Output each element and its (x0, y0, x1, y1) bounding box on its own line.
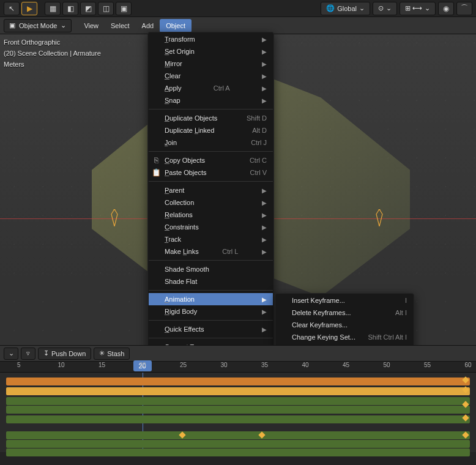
track-strip[interactable] (6, 415, 470, 423)
menu-item[interactable]: Relations▶ (149, 209, 273, 221)
menu-item[interactable]: Shade Smooth (149, 263, 273, 275)
ruler-tick: 20 (139, 362, 146, 368)
view-name: Front Orthographic (4, 37, 101, 48)
shortcut-label: Shift Ctrl Alt I (368, 333, 407, 341)
menu-object[interactable]: Object (160, 19, 192, 32)
ruler-tick: 5 (17, 362, 21, 368)
shortcut-label: Alt I (395, 309, 407, 316)
shortcut-label: Ctrl L (222, 248, 238, 255)
submenu-arrow-icon: ▶ (262, 308, 267, 315)
menu-item[interactable]: Set Origin▶ (149, 45, 273, 58)
menu-item[interactable]: ⎘Copy ObjectsCtrl C (149, 154, 273, 166)
track-strip[interactable] (6, 431, 470, 439)
ruler-tick: 40 (302, 362, 309, 368)
mode-dropdown[interactable]: ▣ Object Mode ⌄ (4, 19, 72, 32)
menu-item[interactable]: JoinCtrl J (149, 136, 273, 149)
menu-item[interactable]: ApplyCtrl A▶ (149, 82, 273, 94)
submenu-arrow-icon: ▶ (262, 97, 267, 104)
menu-item-label: Quick Effects (165, 326, 204, 333)
menu-item-label: Mirror (165, 60, 182, 67)
menu-item[interactable]: Quick Effects▶ (149, 323, 273, 335)
shortcut-label: I (405, 297, 407, 304)
chevron-down-icon: ⌄ (386, 4, 392, 12)
shortcut-label: Ctrl V (250, 169, 267, 176)
menu-item[interactable]: Clear Keyframes... (276, 319, 413, 331)
proportional-falloff-icon[interactable]: ⌒ (456, 2, 472, 15)
menu-item[interactable]: Change Keying Set...Shift Ctrl Alt I (276, 331, 413, 343)
track-strip[interactable] (6, 448, 470, 456)
push-down-button[interactable]: ↧ Push Down (38, 348, 91, 360)
menu-view[interactable]: View (78, 19, 105, 32)
ruler-tick: 50 (384, 362, 390, 368)
menu-item-label: Track (165, 236, 181, 243)
menu-item-label: Clear Keyframes... (292, 321, 348, 329)
menu-item[interactable]: Delete Keyframes...Alt I (276, 307, 413, 319)
ruler-tick: 55 (424, 362, 431, 368)
submenu-arrow-icon: ▶ (262, 326, 267, 333)
select-box-tool-icon[interactable]: ▶ (21, 2, 37, 15)
menu-item-label: Animation (165, 296, 195, 303)
armature-bone (110, 209, 119, 226)
menu-item-label: Copy Objects (165, 157, 205, 164)
menu-add[interactable]: Add (136, 19, 160, 32)
armature-bone (375, 209, 384, 226)
proportional-edit-icon[interactable]: ◉ (438, 2, 454, 15)
track-strip[interactable] (6, 387, 470, 395)
viewport-info: Front Orthographic (20) Scene Collection… (4, 37, 101, 70)
menu-item[interactable]: Constraints▶ (149, 221, 273, 233)
track-strip[interactable] (6, 378, 470, 385)
menu-item[interactable]: Transform▶ (149, 33, 273, 45)
chevron-down-icon[interactable]: ⌄ (4, 348, 18, 360)
submenu-arrow-icon: ▶ (262, 61, 267, 67)
menu-select[interactable]: Select (105, 19, 136, 32)
menu-item[interactable]: Animation▶ (149, 293, 273, 305)
timeline-ruler[interactable]: 20 51015202530354045505560 (0, 362, 476, 373)
menu-item[interactable]: Snap▶ (149, 94, 273, 106)
menu-item[interactable]: 📋Paste ObjectsCtrl V (149, 166, 273, 179)
stash-label: Stash (107, 350, 124, 357)
push-down-icon: ↧ (43, 349, 49, 357)
pivot-dropdown[interactable]: ⊙⌄ (373, 2, 397, 15)
push-down-label: Push Down (51, 350, 86, 357)
select-mode-icon[interactable]: ◩ (80, 2, 96, 15)
ruler-tick: 35 (261, 362, 268, 368)
submenu-arrow-icon: ▶ (262, 236, 267, 243)
menu-item[interactable]: Mirror▶ (149, 58, 273, 70)
menu-item[interactable]: Parent▶ (149, 184, 273, 196)
submenu-arrow-icon: ▶ (262, 296, 267, 303)
track-strip[interactable] (6, 440, 470, 448)
menu-item[interactable]: Make LinksCtrl L▶ (149, 245, 273, 258)
select-mode-icon[interactable]: ◫ (98, 2, 114, 15)
ruler-tick: 60 (465, 362, 472, 368)
cursor-tool-icon[interactable]: ↖ (4, 2, 20, 15)
menu-item[interactable]: Clear▶ (149, 70, 273, 82)
menu-item[interactable]: Shade Flat (149, 275, 273, 288)
menu-item[interactable]: Collection▶ (149, 196, 273, 209)
submenu-arrow-icon: ▶ (262, 199, 267, 206)
track-strip[interactable] (6, 397, 470, 405)
select-mode-icon[interactable]: ▦ (45, 2, 61, 15)
menu-item[interactable]: Duplicate ObjectsShift D (149, 112, 273, 124)
filter-icon[interactable]: ▿ (21, 348, 35, 360)
menu-item[interactable]: Track▶ (149, 233, 273, 245)
select-mode-icon[interactable]: ◧ (62, 2, 78, 15)
timeline-tracks[interactable] (0, 373, 476, 452)
shortcut-label: Shift D (247, 114, 267, 122)
select-mode-icon[interactable]: ▣ (116, 2, 132, 15)
menu-item-label: Duplicate Objects (165, 114, 217, 122)
snowflake-icon: ✳ (99, 349, 105, 357)
stash-button[interactable]: ✳ Stash (94, 348, 130, 360)
menu-item-label: Rigid Body (165, 308, 197, 315)
track-strip[interactable] (6, 406, 470, 414)
menu-item[interactable]: Rigid Body▶ (149, 305, 273, 318)
menu-item-icon: 📋 (152, 168, 160, 177)
ruler-tick: 45 (343, 362, 349, 368)
object-mode-icon: ▣ (9, 21, 15, 29)
orientation-dropdown[interactable]: 🌐 Global ⌄ (321, 2, 370, 15)
menu-item-label: Insert Keyframe... (292, 297, 345, 304)
snap-dropdown[interactable]: ⊞ ⟷ ⌄ (400, 2, 436, 15)
submenu-arrow-icon: ▶ (262, 187, 267, 194)
units-label: Meters (4, 59, 101, 70)
menu-item[interactable]: Duplicate LinkedAlt D (149, 124, 273, 136)
menu-item[interactable]: Insert Keyframe...I (276, 294, 413, 307)
